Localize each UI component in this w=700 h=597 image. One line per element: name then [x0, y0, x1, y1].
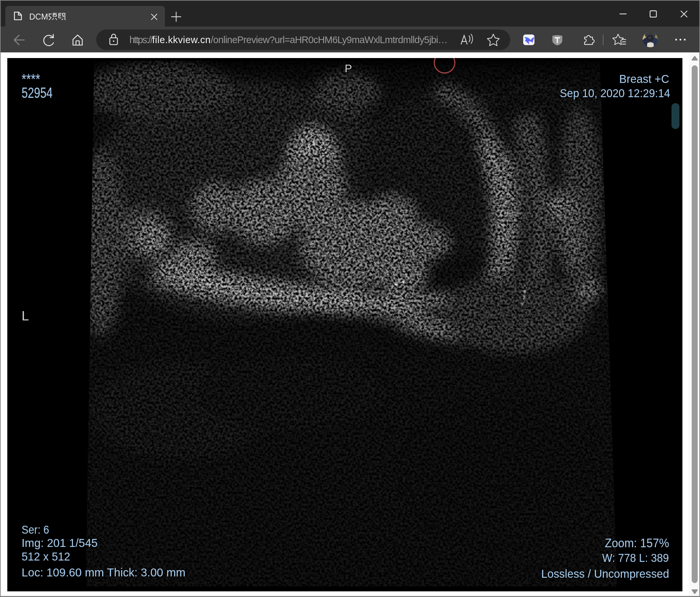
svg-text:https://file.kkview.cn/onlineP: https://file.kkview.cn/onlinePreview?url…	[129, 34, 448, 45]
svg-text:Img: 201 1/545: Img: 201 1/545	[22, 537, 98, 549]
svg-text:Ser: 6: Ser: 6	[22, 523, 49, 536]
svg-text:Sep 10, 2020 12:29:14: Sep 10, 2020 12:29:14	[560, 86, 670, 100]
svg-text:L: L	[22, 308, 29, 323]
svg-text:Loc: 109.60 mm Thick: 3.00 mm: Loc: 109.60 mm Thick: 3.00 mm	[22, 566, 185, 578]
svg-text:Lossless / Uncompressed: Lossless / Uncompressed	[541, 567, 669, 580]
svg-text:DCM: DCM	[29, 12, 48, 21]
svg-text:52954: 52954	[22, 84, 53, 101]
svg-text:P: P	[345, 62, 352, 75]
svg-text:W: 778 L: 389: W: 778 L: 389	[602, 551, 669, 564]
svg-text:Breast +C: Breast +C	[619, 72, 669, 85]
svg-text:Zoom: 157%: Zoom: 157%	[605, 536, 669, 550]
svg-text:512 x 512: 512 x 512	[22, 550, 70, 563]
